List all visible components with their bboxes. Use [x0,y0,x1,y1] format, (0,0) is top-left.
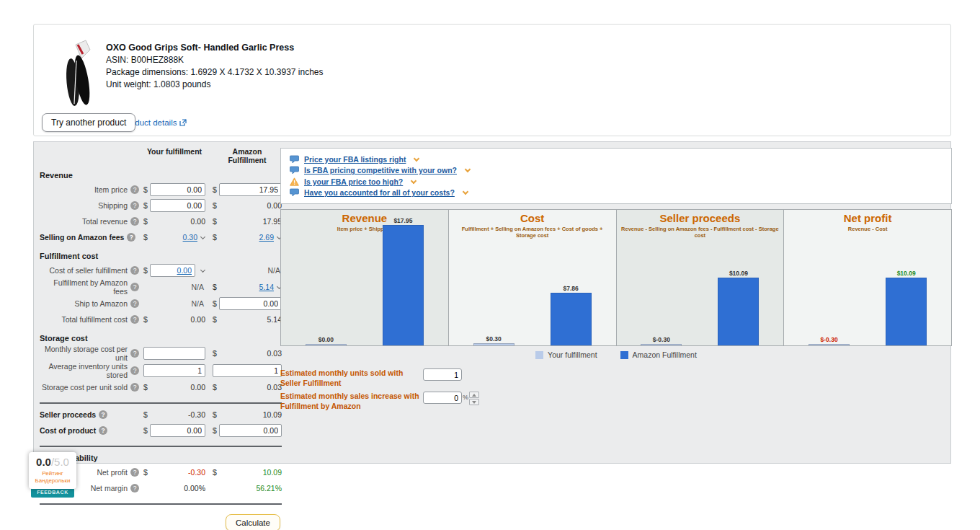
total-fulfillment-amazon-value: 5.14 [267,315,282,324]
legend-item-your-fulfillment: Your fulfillment [535,350,597,359]
stepper-up-button[interactable] [469,392,479,398]
estimated-units-input[interactable] [423,368,462,381]
arrow-down-icon [472,401,476,404]
row-ship-to-amazon: Ship to Amazon? N/A $ [40,296,282,312]
bar-value-label: $17.95 [393,217,412,224]
row-fulfillment-by-amazon-fees: Fulfillment by Amazon fees? N/A $5.14 [40,278,282,296]
info-icon[interactable]: ? [99,410,107,419]
not-applicable-value: N/A [213,266,282,275]
try-another-product-button[interactable]: Try another product [42,113,135,132]
fba-fees-link[interactable]: 5.14 [259,283,274,291]
info-icon[interactable]: ? [130,468,139,477]
speech-bubble-icon [290,166,299,175]
currency-symbol: $ [143,266,148,275]
info-icon[interactable]: ? [130,383,139,392]
tip-row: Have you accounted for all of your costs… [290,188,943,197]
selling-fees-your-link[interactable]: 0.30 [183,233,197,242]
currency-symbol: $ [143,217,148,226]
info-icon[interactable]: ? [127,233,135,242]
total-revenue-amazon-value: 17.95 [263,217,282,226]
item-price-amazon-input[interactable] [219,183,282,196]
info-icon[interactable]: ? [130,349,139,358]
tip-link[interactable]: Have you accounted for all of your costs… [304,188,455,197]
estimated-increase-input[interactable] [423,392,462,404]
bar-value-label: $0.00 [318,336,334,343]
info-icon[interactable]: ? [130,266,139,275]
row-cost-of-product: Cost of product? $ $ [40,423,282,438]
avg-inventory-your-input[interactable] [143,364,205,377]
tip-link[interactable]: Is your FBA price too high? [304,177,403,186]
currency-symbol: $ [213,410,217,419]
bar-amazon-fulfillment [383,225,424,345]
info-icon[interactable]: ? [130,201,139,210]
info-icon[interactable]: ? [130,315,139,324]
speech-bubble-icon [290,188,299,197]
row-total-fulfillment-cost: Total fulfillment cost? $0.00 $5.14 [40,312,282,327]
row-label: Cost of product [40,426,96,435]
chevron-down-icon[interactable] [414,156,419,162]
product-panel: OXO Good Grips Soft- Handled Garlic Pres… [33,24,951,136]
not-applicable-value: N/A [143,299,205,308]
ship-to-amazon-input[interactable] [219,297,282,310]
tip-link[interactable]: Price your FBA listings right [304,155,406,164]
row-label: Fulfillment by Amazon fees [40,278,128,296]
chart-subtitle: Revenue - Selling on Amazon fees - Fulfi… [617,226,784,239]
feedback-button[interactable]: FEEDBACK [31,488,74,498]
not-applicable-value: N/A [143,283,205,291]
cost-seller-fulfillment-input[interactable] [150,264,195,277]
chart-title: Seller proceeds [617,212,784,224]
row-item-price: Item price? $ $ [40,182,282,198]
chevron-down-icon[interactable] [411,178,416,184]
tip-row: Price your FBA listings right [290,155,943,164]
info-icon[interactable]: ? [130,299,139,308]
item-price-your-input[interactable] [150,183,205,196]
rating-card: 0.0/5.0 РейтингБандерольки [29,452,76,489]
currency-symbol: $ [213,383,217,392]
avg-inventory-amazon-input[interactable] [213,364,282,377]
chevron-down-icon[interactable] [463,189,468,195]
currency-symbol: $ [213,217,217,226]
legend-label: Amazon Fulfillment [633,350,697,359]
bar-value-label: $-0.30 [653,336,670,343]
rating-caption: РейтингБандерольки [30,470,75,485]
currency-symbol: $ [213,299,217,308]
legend-swatch [535,351,543,359]
chart-title: Cost [449,212,616,224]
cost-of-product-your-input[interactable] [150,424,205,437]
bar-value-label: $0.30 [486,335,501,343]
currency-symbol: $ [213,233,217,242]
info-icon[interactable]: ? [130,283,139,291]
calculator-panel: Your fulfillment Amazon Fulfillment Reve… [33,141,951,464]
selling-fees-amazon-link[interactable]: 2.69 [259,233,274,242]
chevron-down-icon [200,234,205,239]
net-profit-your-value: -0.30 [188,468,205,477]
info-icon[interactable]: ? [130,185,139,194]
currency-symbol: $ [213,315,217,324]
section-header-revenue: Revenue [40,171,282,180]
bar-amazon-fulfillment [886,278,927,345]
chevron-down-icon [200,267,205,272]
arrow-up-icon [472,394,476,397]
chart-panel-cost: Cost Fulfillment + Selling on Amazon fee… [448,209,617,346]
info-icon[interactable]: ? [130,217,139,226]
tip-row: Is your FBA price too high? [290,177,943,186]
calculate-button[interactable]: Calculate [226,514,280,530]
chevron-down-icon[interactable] [465,167,471,172]
shipping-your-input[interactable] [150,199,205,212]
bar-your-fulfillment [641,344,682,345]
monthly-storage-your-input[interactable] [143,347,205,360]
cost-of-product-amazon-input[interactable] [219,424,282,437]
row-label: Monthly storage cost per unit [40,345,128,362]
info-icon[interactable]: ? [130,366,139,375]
tip-link[interactable]: Is FBA pricing competitive with your own… [304,166,457,175]
currency-symbol: $ [143,315,148,324]
row-seller-proceeds: Seller proceeds? $-0.30 $10.09 [40,407,282,423]
info-icon[interactable]: ? [99,426,107,435]
divider [40,503,282,505]
divider [40,402,282,404]
chart-panel-seller-proceeds: Seller proceeds Revenue - Selling on Ama… [616,209,785,346]
info-icon[interactable]: ? [130,484,139,493]
stepper-down-button[interactable] [469,399,479,405]
tip-row: Is FBA pricing competitive with your own… [290,166,943,175]
increase-stepper [469,392,479,405]
